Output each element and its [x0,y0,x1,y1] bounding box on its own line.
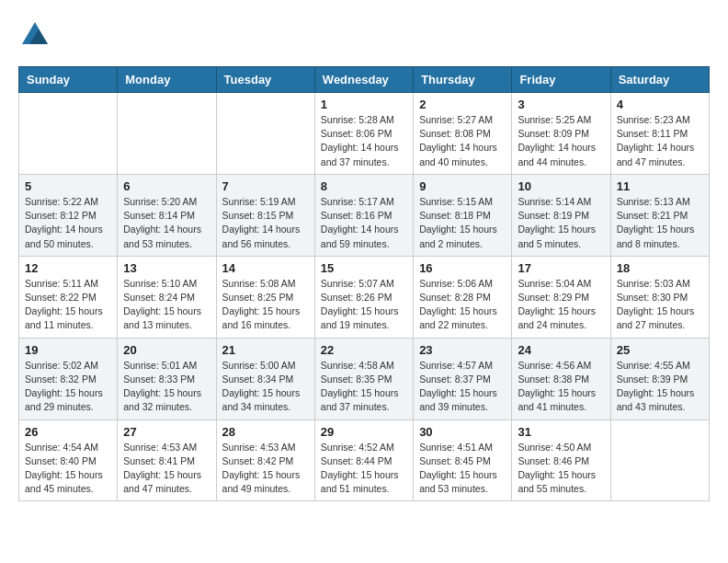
day-info: Sunrise: 4:51 AM Sunset: 8:45 PM Dayligh… [419,441,506,497]
day-number: 27 [123,425,210,439]
day-info: Sunrise: 5:01 AM Sunset: 8:33 PM Dayligh… [123,359,210,415]
day-info: Sunrise: 5:14 AM Sunset: 8:19 PM Dayligh… [518,195,604,251]
calendar-cell: 21Sunrise: 5:00 AM Sunset: 8:34 PM Dayli… [216,338,314,419]
day-info: Sunrise: 4:58 AM Sunset: 8:35 PM Dayligh… [321,359,407,415]
calendar-week-5: 26Sunrise: 4:54 AM Sunset: 8:40 PM Dayli… [19,419,710,501]
day-info: Sunrise: 5:19 AM Sunset: 8:15 PM Dayligh… [222,195,309,251]
day-number: 14 [222,261,309,275]
day-number: 12 [25,261,111,275]
day-number: 16 [419,261,506,275]
day-info: Sunrise: 4:52 AM Sunset: 8:44 PM Dayligh… [321,441,407,497]
calendar-cell: 25Sunrise: 4:55 AM Sunset: 8:39 PM Dayli… [610,338,709,419]
calendar-cell [19,93,118,175]
day-info: Sunrise: 5:27 AM Sunset: 8:08 PM Dayligh… [419,113,506,169]
day-number: 21 [222,343,309,357]
calendar-cell: 5Sunrise: 5:22 AM Sunset: 8:12 PM Daylig… [19,174,118,256]
calendar-cell: 31Sunrise: 4:50 AM Sunset: 8:46 PM Dayli… [512,419,610,501]
calendar-week-4: 19Sunrise: 5:02 AM Sunset: 8:32 PM Dayli… [19,338,710,419]
calendar-cell: 4Sunrise: 5:23 AM Sunset: 8:11 PM Daylig… [610,93,709,175]
day-info: Sunrise: 5:20 AM Sunset: 8:14 PM Dayligh… [123,195,210,251]
day-number: 7 [222,179,309,193]
calendar-cell: 16Sunrise: 5:06 AM Sunset: 8:28 PM Dayli… [414,256,512,338]
day-info: Sunrise: 5:10 AM Sunset: 8:24 PM Dayligh… [123,277,210,333]
day-number: 3 [518,98,604,111]
calendar-cell: 9Sunrise: 5:15 AM Sunset: 8:18 PM Daylig… [414,174,512,256]
calendar-cell: 6Sunrise: 5:20 AM Sunset: 8:14 PM Daylig… [118,174,216,256]
day-number: 10 [518,179,604,193]
calendar-cell: 13Sunrise: 5:10 AM Sunset: 8:24 PM Dayli… [118,256,216,338]
calendar-cell: 20Sunrise: 5:01 AM Sunset: 8:33 PM Dayli… [118,338,216,419]
day-info: Sunrise: 5:28 AM Sunset: 8:06 PM Dayligh… [321,113,407,169]
day-number: 2 [419,98,506,111]
calendar: SundayMondayTuesdayWednesdayThursdayFrid… [18,66,710,501]
calendar-cell [118,93,216,175]
day-number: 17 [518,261,604,275]
calendar-cell: 7Sunrise: 5:19 AM Sunset: 8:15 PM Daylig… [216,174,314,256]
calendar-cell: 14Sunrise: 5:08 AM Sunset: 8:25 PM Dayli… [216,256,314,338]
day-number: 22 [321,343,407,357]
day-number: 24 [518,343,604,357]
day-info: Sunrise: 4:56 AM Sunset: 8:38 PM Dayligh… [518,359,604,415]
day-number: 5 [25,179,111,193]
day-info: Sunrise: 5:25 AM Sunset: 8:09 PM Dayligh… [518,113,604,169]
day-info: Sunrise: 5:23 AM Sunset: 8:11 PM Dayligh… [617,113,703,169]
day-number: 6 [123,179,210,193]
header-saturday: Saturday [610,67,709,93]
day-info: Sunrise: 5:15 AM Sunset: 8:18 PM Dayligh… [419,195,506,251]
calendar-cell: 10Sunrise: 5:14 AM Sunset: 8:19 PM Dayli… [512,174,610,256]
day-number: 28 [222,425,309,439]
header-tuesday: Tuesday [216,67,314,93]
calendar-cell: 22Sunrise: 4:58 AM Sunset: 8:35 PM Dayli… [314,338,413,419]
page-header [18,18,710,52]
logo-icon [18,18,51,52]
calendar-week-2: 5Sunrise: 5:22 AM Sunset: 8:12 PM Daylig… [19,174,710,256]
day-number: 4 [617,98,703,111]
day-number: 1 [321,98,407,111]
calendar-cell: 11Sunrise: 5:13 AM Sunset: 8:21 PM Dayli… [610,174,709,256]
day-number: 26 [25,425,111,439]
day-number: 18 [617,261,703,275]
calendar-cell: 26Sunrise: 4:54 AM Sunset: 8:40 PM Dayli… [19,419,118,501]
day-number: 9 [419,179,506,193]
calendar-week-1: 1Sunrise: 5:28 AM Sunset: 8:06 PM Daylig… [19,93,710,175]
day-info: Sunrise: 5:22 AM Sunset: 8:12 PM Dayligh… [25,195,111,251]
calendar-cell: 18Sunrise: 5:03 AM Sunset: 8:30 PM Dayli… [610,256,709,338]
day-info: Sunrise: 5:08 AM Sunset: 8:25 PM Dayligh… [222,277,309,333]
day-info: Sunrise: 5:00 AM Sunset: 8:34 PM Dayligh… [222,359,309,415]
calendar-cell: 2Sunrise: 5:27 AM Sunset: 8:08 PM Daylig… [414,93,512,175]
day-info: Sunrise: 5:03 AM Sunset: 8:30 PM Dayligh… [617,277,703,333]
calendar-cell: 23Sunrise: 4:57 AM Sunset: 8:37 PM Dayli… [414,338,512,419]
day-info: Sunrise: 4:53 AM Sunset: 8:41 PM Dayligh… [123,441,210,497]
day-info: Sunrise: 4:50 AM Sunset: 8:46 PM Dayligh… [518,441,604,497]
day-info: Sunrise: 5:07 AM Sunset: 8:26 PM Dayligh… [321,277,407,333]
calendar-cell: 29Sunrise: 4:52 AM Sunset: 8:44 PM Dayli… [314,419,413,501]
header-friday: Friday [512,67,610,93]
day-info: Sunrise: 4:54 AM Sunset: 8:40 PM Dayligh… [25,441,111,497]
calendar-cell: 24Sunrise: 4:56 AM Sunset: 8:38 PM Dayli… [512,338,610,419]
day-number: 19 [25,343,111,357]
day-info: Sunrise: 4:53 AM Sunset: 8:42 PM Dayligh… [222,441,309,497]
calendar-cell: 19Sunrise: 5:02 AM Sunset: 8:32 PM Dayli… [19,338,118,419]
logo [18,18,55,52]
calendar-cell: 12Sunrise: 5:11 AM Sunset: 8:22 PM Dayli… [19,256,118,338]
calendar-cell [216,93,314,175]
calendar-cell: 3Sunrise: 5:25 AM Sunset: 8:09 PM Daylig… [512,93,610,175]
header-thursday: Thursday [414,67,512,93]
day-number: 8 [321,179,407,193]
calendar-cell: 30Sunrise: 4:51 AM Sunset: 8:45 PM Dayli… [414,419,512,501]
day-number: 20 [123,343,210,357]
day-info: Sunrise: 4:57 AM Sunset: 8:37 PM Dayligh… [419,359,506,415]
header-monday: Monday [118,67,216,93]
day-number: 23 [419,343,506,357]
day-info: Sunrise: 5:13 AM Sunset: 8:21 PM Dayligh… [617,195,703,251]
calendar-header-row: SundayMondayTuesdayWednesdayThursdayFrid… [19,67,710,93]
day-info: Sunrise: 5:04 AM Sunset: 8:29 PM Dayligh… [518,277,604,333]
calendar-cell: 15Sunrise: 5:07 AM Sunset: 8:26 PM Dayli… [314,256,413,338]
day-info: Sunrise: 5:06 AM Sunset: 8:28 PM Dayligh… [419,277,506,333]
day-info: Sunrise: 5:02 AM Sunset: 8:32 PM Dayligh… [25,359,111,415]
calendar-cell: 8Sunrise: 5:17 AM Sunset: 8:16 PM Daylig… [314,174,413,256]
day-number: 11 [617,179,703,193]
calendar-cell: 27Sunrise: 4:53 AM Sunset: 8:41 PM Dayli… [118,419,216,501]
day-info: Sunrise: 5:17 AM Sunset: 8:16 PM Dayligh… [321,195,407,251]
day-number: 15 [321,261,407,275]
